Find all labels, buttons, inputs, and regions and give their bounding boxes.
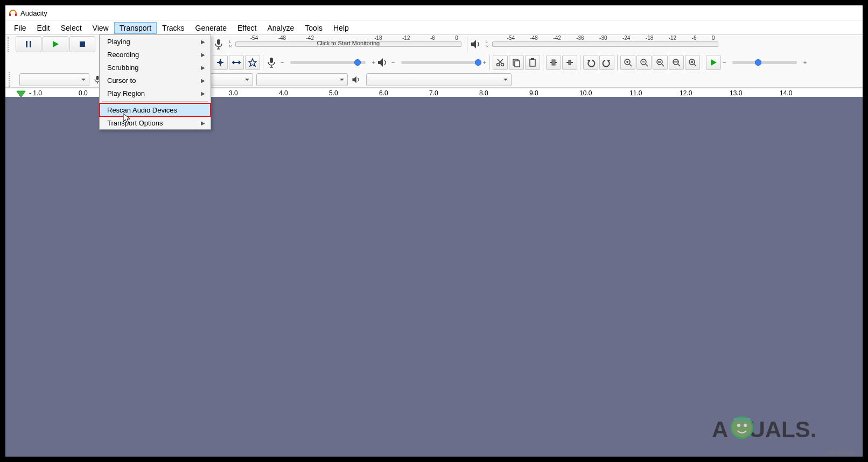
menu-item-label: Cursor to [107,76,136,85]
svg-point-25 [737,424,740,427]
ruler-tick-label: 13.0 [730,89,742,97]
svg-rect-15 [569,60,571,65]
submenu-arrow-icon: ▶ [201,120,205,126]
transport-dropdown: Playing▶Recording▶Scrubbing▶Cursor to▶Pl… [99,34,211,130]
ruler-tick-label: 12.0 [680,89,692,97]
menu-tools[interactable]: Tools [299,22,328,34]
svg-rect-5 [217,39,220,45]
stop-button[interactable] [69,36,95,52]
ruler-tick-label: 3.0 [229,89,238,97]
zoom-tool-button[interactable] [213,55,228,70]
menu-view[interactable]: View [87,22,114,34]
menu-generate[interactable]: Generate [190,22,232,34]
menu-help[interactable]: Help [328,22,354,34]
footer-link: wsxdn.com [828,450,855,456]
toolbar-separator [489,55,490,70]
menu-item-recording[interactable]: Recording▶ [100,48,211,61]
ruler-tick-label: 0.0 [79,89,88,97]
pause-button[interactable] [16,36,41,52]
zoom-in-button[interactable] [620,55,635,70]
redo-button[interactable] [599,55,614,70]
recording-meter[interactable]: Click to Start Monitoring -54-48-42-18-1… [235,37,461,52]
playback-speed-slider[interactable]: − + [722,59,808,66]
paste-button[interactable] [525,55,540,70]
menu-select[interactable]: Select [55,22,87,34]
play-button[interactable] [43,36,68,52]
toolbar-grip[interactable] [8,37,13,52]
menu-item-rescan-audio-devices[interactable]: Rescan Audio Devices [100,103,211,116]
menu-analyze[interactable]: Analyze [262,22,300,34]
fit-selection-button[interactable] [653,55,668,70]
menu-item-scrubbing[interactable]: Scrubbing▶ [100,61,211,74]
trim-button[interactable] [546,55,561,70]
menu-item-label: Play Region [107,89,145,97]
meter-lr-label: LR [229,40,232,48]
click-to-monitor-label: Click to Start Monitoring [235,40,461,46]
toolbar-separator [580,55,580,70]
menu-transport[interactable]: Transport [114,22,157,34]
menu-edit[interactable]: Edit [32,22,55,34]
svg-rect-1 [15,13,17,16]
menu-effect[interactable]: Effect [232,22,262,34]
menu-item-label: Playing [107,38,130,46]
zoom-toggle-button[interactable] [685,55,700,70]
submenu-arrow-icon: ▶ [201,65,205,71]
svg-rect-14 [552,60,555,65]
menu-item-playing[interactable]: Playing▶ [100,35,211,48]
svg-rect-11 [515,61,520,67]
svg-rect-27 [733,418,751,421]
svg-rect-2 [26,41,27,47]
svg-rect-13 [531,58,534,60]
ruler-tick-label: 11.0 [629,89,642,97]
cut-button[interactable] [493,55,508,70]
ruler-tick-label: 9.0 [529,89,538,97]
toolbar-separator [703,55,703,70]
toolbar-separator [263,55,263,70]
menu-item-cursor-to[interactable]: Cursor to▶ [100,74,211,87]
menu-item-play-region[interactable]: Play Region▶ [100,87,211,100]
play-at-speed-button[interactable] [706,55,721,70]
microphone-icon [213,38,225,50]
svg-rect-4 [80,41,85,47]
submenu-arrow-icon: ▶ [201,78,205,83]
menu-item-transport-options[interactable]: Transport Options▶ [100,116,211,129]
ruler-tick-label: 6.0 [379,89,388,97]
playback-meter[interactable]: -54-48-42-36-30-24-18-12-60 [492,37,718,52]
ruler-tick-label: 14.0 [780,89,792,97]
recording-channels-combo[interactable] [256,73,348,86]
microphone-icon [265,57,277,68]
fit-project-button[interactable] [669,55,684,70]
ruler-tick-label: 8.0 [479,89,488,97]
menu-item-label: Rescan Audio Devices [107,106,177,114]
playback-device-combo[interactable] [366,73,512,86]
zoom-out-button[interactable] [636,55,652,70]
playback-volume-slider[interactable]: − + [390,59,487,66]
speaker-icon [470,38,481,50]
silence-button[interactable] [562,55,577,70]
speaker-icon [351,75,361,85]
svg-rect-7 [270,58,273,63]
audio-host-combo[interactable] [19,73,89,86]
menu-bar: File Edit Select View Transport Tracks G… [5,20,863,34]
title-bar: Audacity [5,5,863,20]
undo-button[interactable] [583,55,598,70]
toolbar-separator [617,55,618,70]
copy-button[interactable] [509,55,524,70]
recording-volume-slider[interactable]: − + [279,59,376,66]
ruler-tick-label: 5.0 [329,89,338,97]
track-area[interactable] [5,97,863,457]
menu-file[interactable]: File [9,22,32,34]
toolbar-grip[interactable] [9,72,14,87]
svg-rect-3 [30,41,31,47]
submenu-arrow-icon: ▶ [201,52,205,58]
svg-text:A  PUALS.: A PUALS. [712,417,816,442]
toolbar-separator [467,37,467,52]
svg-rect-12 [530,59,535,66]
svg-rect-0 [9,13,11,16]
menu-tracks[interactable]: Tracks [157,22,190,34]
svg-point-26 [744,424,747,427]
multi-tool-button[interactable] [245,55,260,70]
svg-point-6 [219,61,222,64]
timeshift-tool-button[interactable] [229,55,244,70]
ruler-tick-label: 7.0 [429,89,438,97]
